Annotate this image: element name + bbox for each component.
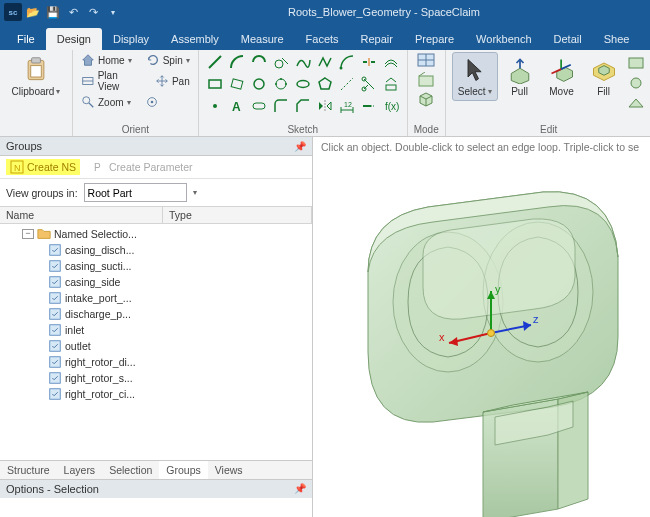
zoom-button[interactable]: Zoom▾ [79,94,133,110]
redo-icon[interactable]: ↷ [84,3,102,21]
cursor-icon [461,56,489,84]
tree-leaf[interactable]: inlet [0,322,312,338]
sketch-dim-icon[interactable]: 12 [337,96,357,116]
create-param-icon: P [92,160,106,174]
collapse-icon[interactable]: − [22,229,34,239]
tab-groups[interactable]: Groups [159,461,207,479]
sketch-arc3-icon[interactable] [337,52,357,72]
edit-extra3-icon[interactable] [626,94,646,112]
open-icon[interactable]: 📂 [24,3,42,21]
tree-leaf[interactable]: discharge_p... [0,306,312,322]
view-groups-input[interactable] [84,183,187,202]
tree-leaf[interactable]: casing_disch... [0,242,312,258]
tab-sheet[interactable]: Shee [593,28,641,50]
sketch-rect3pt-icon[interactable] [227,74,247,94]
tab-prepare[interactable]: Prepare [404,28,465,50]
sketch-polygon-icon[interactable] [315,74,335,94]
qat-dropdown-icon[interactable]: ▾ [104,3,122,21]
tree-leaf[interactable]: casing_side [0,274,312,290]
sketch-tool-grid: A 12 f(x) [205,52,401,116]
sketch-polyline-icon[interactable] [315,52,335,72]
sketch-chamfer-icon[interactable] [293,96,313,116]
app-icon: sc [4,3,22,21]
tab-selection[interactable]: Selection [102,461,159,479]
svg-point-48 [631,78,641,88]
home-button[interactable]: Home▾ [79,52,134,68]
model-3d[interactable]: y x z [313,137,650,517]
mode-section-icon[interactable] [416,71,436,89]
undo-icon[interactable]: ↶ [64,3,82,21]
tab-structure[interactable]: Structure [0,461,57,479]
tab-facets[interactable]: Facets [295,28,350,50]
sketch-rect-icon[interactable] [205,74,225,94]
tree-leaf[interactable]: outlet [0,338,312,354]
select-button[interactable]: Select▾ [452,52,498,101]
options-title: Options - Selection [6,483,99,495]
sketch-line-icon[interactable] [205,52,225,72]
tab-measure[interactable]: Measure [230,28,295,50]
sketch-ellipse-icon[interactable] [293,74,313,94]
sketch-extend-icon[interactable] [359,96,379,116]
tab-display[interactable]: Display [102,28,160,50]
create-ns-button[interactable]: N Create NS [6,159,80,175]
spin-button[interactable]: Spin▾ [144,52,192,68]
create-parameter-button[interactable]: P Create Parameter [88,159,196,175]
svg-rect-56 [50,309,61,320]
sketch-circle3pt-icon[interactable] [271,74,291,94]
tab-repair[interactable]: Repair [350,28,404,50]
groups-tree[interactable]: − Named Selectio... casing_disch... casi… [0,224,312,460]
sketch-trim-icon[interactable] [359,74,379,94]
chevron-down-icon[interactable]: ▾ [193,188,197,197]
sketch-text-icon[interactable]: A [227,96,247,116]
tab-views[interactable]: Views [208,461,250,479]
mode-3d-icon[interactable] [416,90,436,108]
svg-text:f(x): f(x) [385,101,399,112]
sketch-arc2-icon[interactable] [249,52,269,72]
paste-button[interactable]: Clipboard▾ [6,52,67,101]
pin-icon[interactable]: 📌 [294,483,306,495]
tab-assembly[interactable]: Assembly [160,28,230,50]
sketch-split-icon[interactable] [359,52,379,72]
tree-leaf[interactable]: casing_sucti... [0,258,312,274]
sketch-fillet-icon[interactable] [271,96,291,116]
planview-button[interactable]: Plan View [79,69,143,93]
ribbon-group-sketch: A 12 f(x) Sketch [199,50,408,136]
tree-root[interactable]: − Named Selectio... [0,226,312,242]
tab-design[interactable]: Design [46,28,102,50]
svg-text:z: z [533,313,539,325]
viewport[interactable]: Click an object. Double-click to select … [313,137,650,517]
sketch-point-icon[interactable] [205,96,225,116]
pull-button[interactable]: Pull [500,52,540,101]
sketch-offset-icon[interactable] [381,52,401,72]
tab-file[interactable]: File [6,28,46,50]
tree-leaf[interactable]: right_rotor_di... [0,354,312,370]
svg-rect-42 [419,76,433,86]
sketch-project-icon[interactable] [381,74,401,94]
fill-button[interactable]: Fill [584,52,624,101]
pin-icon[interactable]: 📌 [294,141,306,152]
save-icon[interactable]: 💾 [44,3,62,21]
edit-extra2-icon[interactable] [626,74,646,92]
sketch-equation-icon[interactable]: f(x) [381,96,401,116]
move-button[interactable]: Move [542,52,582,101]
sketch-construction-icon[interactable] [337,74,357,94]
sketch-spline-icon[interactable] [293,52,313,72]
sketch-slot-icon[interactable] [249,96,269,116]
orient-extra-button[interactable] [143,94,161,110]
tree-leaf[interactable]: intake_port_... [0,290,312,306]
sketch-arc-icon[interactable] [227,52,247,72]
tree-leaf[interactable]: right_rotor_ci... [0,386,312,402]
mode-sketch-icon[interactable] [416,52,436,70]
sketch-circle-icon[interactable] [249,74,269,94]
tab-detail[interactable]: Detail [543,28,593,50]
sketch-mirror-icon[interactable] [315,96,335,116]
pan-button[interactable]: Pan [153,73,192,89]
col-name[interactable]: Name [0,207,163,223]
tab-workbench[interactable]: Workbench [465,28,542,50]
tab-layers[interactable]: Layers [57,461,103,479]
edit-extra1-icon[interactable] [626,54,646,72]
sketch-tangent-icon[interactable] [271,52,291,72]
selection-icon [48,259,62,273]
tree-leaf[interactable]: right_rotor_s... [0,370,312,386]
col-type[interactable]: Type [163,207,312,223]
